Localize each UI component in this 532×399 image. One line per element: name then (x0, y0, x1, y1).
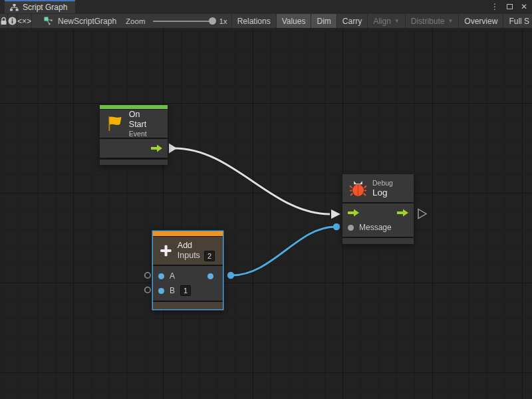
overview-button[interactable]: Overview (459, 14, 503, 28)
align-dropdown[interactable]: Align ▼ (368, 14, 406, 28)
input-b-port[interactable] (158, 288, 164, 294)
add-input-b-empty-connector[interactable] (145, 287, 150, 293)
lock-button[interactable] (0, 14, 8, 28)
port-row (100, 141, 168, 156)
script-graph-window: Script Graph ⋮ ✕ <×> (0, 0, 532, 399)
graph-name: NewScriptGraph (58, 17, 116, 26)
zoom-label: Zoom (126, 17, 145, 25)
tab-title: Script Graph (23, 3, 67, 12)
maximize-icon[interactable] (504, 1, 515, 12)
onstart-output-connector[interactable] (169, 144, 177, 154)
flow-input-port[interactable] (348, 209, 359, 217)
zoom-control: Zoom 1x (126, 14, 231, 28)
inputs-label: Inputs (178, 251, 200, 261)
carry-button[interactable]: Carry (337, 14, 368, 28)
dim-button[interactable]: Dim (311, 14, 336, 28)
on-start-footer (100, 160, 168, 165)
node-add[interactable]: Add Inputs 2 A B 1 (153, 231, 223, 309)
input-b-value-field[interactable]: 1 (180, 285, 191, 296)
relations-button[interactable]: Relations (232, 14, 277, 28)
message-input-connector[interactable] (333, 223, 340, 230)
add-input-a-empty-connector[interactable] (145, 273, 150, 278)
window-controls: ⋮ ✕ (489, 0, 529, 13)
inputs-count-field[interactable]: 2 (204, 251, 215, 261)
graph-canvas[interactable]: On Start Event (0, 29, 532, 399)
port-row (342, 205, 414, 220)
on-start-header: On Start Event (100, 110, 168, 138)
add-header: Add Inputs 2 (153, 237, 223, 265)
zoom-slider-handle[interactable] (209, 17, 216, 25)
flow-output-port[interactable] (151, 144, 162, 152)
chevron-down-icon: ▼ (448, 18, 453, 24)
tab-script-graph[interactable]: Script Graph (5, 0, 75, 13)
node-subtitle: Event (129, 130, 160, 138)
script-graph-asset-icon (44, 17, 54, 25)
plus-icon (160, 241, 172, 261)
port-row: Message (342, 220, 414, 235)
flow-output-port[interactable] (397, 209, 408, 217)
edit-code-button[interactable]: <×> (17, 14, 32, 28)
window-menu-icon[interactable]: ⋮ (489, 1, 500, 12)
node-title: On Start (129, 110, 160, 130)
log-output-empty-connector[interactable] (418, 209, 426, 219)
event-color-bar (100, 105, 168, 109)
port-row: A (153, 269, 223, 283)
wire-add-to-message[interactable] (232, 227, 335, 275)
add-body: A B 1 (153, 266, 223, 301)
close-icon[interactable]: ✕ (519, 1, 529, 12)
log-input-arrowhead[interactable] (331, 209, 340, 219)
port-label: Message (359, 223, 392, 232)
fullscreen-button[interactable]: Full S (503, 14, 532, 28)
chevron-down-icon: ▼ (394, 18, 400, 24)
debug-log-header: Debug Log (342, 174, 414, 202)
node-title: Add (178, 241, 215, 251)
flag-icon (106, 115, 124, 132)
zoom-slider[interactable] (153, 21, 213, 22)
add-footer (153, 302, 223, 309)
graph-breadcrumb[interactable]: NewScriptGraph (32, 14, 116, 28)
node-subtitle: Debug (372, 179, 393, 188)
toolbar: <×> NewScriptGraph Zoom 1x Relations Val… (0, 13, 532, 29)
titlebar: Script Graph ⋮ ✕ (0, 0, 532, 13)
port-row: B 1 (153, 283, 223, 298)
message-value-port[interactable] (348, 225, 354, 231)
debug-log-footer (342, 238, 414, 244)
math-color-bar (153, 231, 223, 236)
graph-tab-icon (10, 4, 19, 11)
distribute-dropdown[interactable]: Distribute ▼ (406, 14, 460, 28)
lock-icon (0, 17, 7, 25)
info-icon (8, 17, 17, 25)
input-a-port[interactable] (158, 273, 164, 279)
inspect-button[interactable] (8, 14, 17, 28)
node-title: Log (372, 188, 393, 198)
code-icon: <×> (17, 17, 31, 26)
node-debug-log[interactable]: Debug Log Message (342, 174, 414, 244)
add-output-connector[interactable] (227, 272, 234, 279)
node-on-start[interactable]: On Start Event (100, 105, 168, 165)
wire-layer (0, 29, 532, 399)
port-label: A (170, 271, 175, 281)
values-button[interactable]: Values (277, 14, 312, 28)
wire-onstart-to-log[interactable] (174, 148, 330, 214)
debug-log-body: Message (342, 203, 414, 237)
zoom-value: 1x (219, 17, 227, 25)
toolbar-buttons: Relations Values Dim Carry Align ▼ Distr… (231, 14, 532, 28)
port-label: B (170, 286, 175, 295)
on-start-body (100, 139, 168, 158)
sum-output-port[interactable] (207, 273, 213, 279)
bug-icon (349, 179, 367, 198)
